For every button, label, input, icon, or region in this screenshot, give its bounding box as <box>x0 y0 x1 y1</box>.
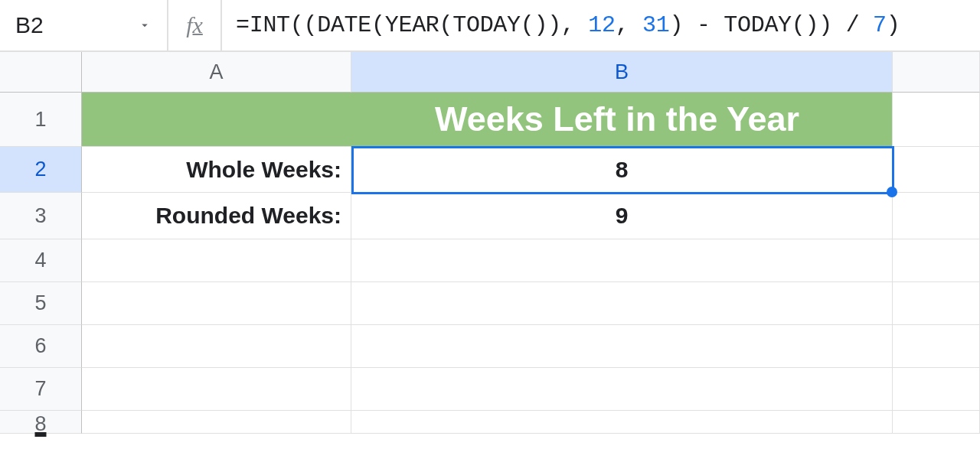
row-header-4[interactable]: 4 <box>0 239 82 282</box>
cell-B8[interactable] <box>351 411 893 434</box>
formula-prefix: =INT((DATE(YEAR(TODAY()), <box>236 12 588 38</box>
cell-C1[interactable] <box>893 93 980 147</box>
column-header-A[interactable]: A <box>82 52 351 93</box>
cell-C3[interactable] <box>893 193 980 239</box>
cell-B5[interactable] <box>351 282 893 325</box>
spreadsheet-grid: A B 1 Weeks Left in the Year 2 Whole Wee… <box>0 52 980 434</box>
row-header-1[interactable]: 1 <box>0 93 82 147</box>
cell-B3[interactable]: 9 <box>351 193 893 239</box>
row-header-2[interactable]: 2 <box>0 147 82 193</box>
name-box[interactable]: B2 <box>15 12 138 38</box>
cell-C2[interactable] <box>893 147 980 193</box>
chevron-down-icon[interactable] <box>138 18 152 32</box>
row-header-6[interactable]: 6 <box>0 325 82 368</box>
row-header-7[interactable]: 7 <box>0 368 82 411</box>
formula-sep1: , <box>616 12 642 38</box>
cell-A6[interactable] <box>82 325 351 368</box>
formula-num3: 7 <box>873 12 887 38</box>
formula-num1: 12 <box>588 12 615 38</box>
cell-A8[interactable] <box>82 411 351 434</box>
formula-suffix: ) <box>887 12 900 38</box>
formula-bar: B2 fx =INT((DATE(YEAR(TODAY()), 12, 31) … <box>0 0 980 52</box>
cell-A1[interactable] <box>82 93 351 147</box>
name-box-wrapper[interactable]: B2 <box>0 0 168 50</box>
cell-B4[interactable] <box>351 239 893 282</box>
cell-B7[interactable] <box>351 368 893 411</box>
row-header-5[interactable]: 5 <box>0 282 82 325</box>
cell-B1[interactable]: Weeks Left in the Year <box>351 93 893 147</box>
cell-A4[interactable] <box>82 239 351 282</box>
cell-A2[interactable]: Whole Weeks: <box>82 147 351 193</box>
cell-C4[interactable] <box>893 239 980 282</box>
cell-A3[interactable]: Rounded Weeks: <box>82 193 351 239</box>
formula-num2: 31 <box>642 12 669 38</box>
cell-C8[interactable] <box>893 411 980 434</box>
formula-mid: ) - TODAY()) / <box>670 12 874 38</box>
column-header-B[interactable]: B <box>351 52 893 93</box>
select-all-corner[interactable] <box>0 52 82 93</box>
cell-C6[interactable] <box>893 325 980 368</box>
column-header-extra[interactable] <box>893 52 980 93</box>
cell-C7[interactable] <box>893 368 980 411</box>
cell-C5[interactable] <box>893 282 980 325</box>
row-header-3[interactable]: 3 <box>0 193 82 239</box>
row-header-8[interactable]: 8 <box>0 411 82 434</box>
cell-A5[interactable] <box>82 282 351 325</box>
formula-input[interactable]: =INT((DATE(YEAR(TODAY()), 12, 31) - TODA… <box>222 12 980 38</box>
cell-A7[interactable] <box>82 368 351 411</box>
cell-B2[interactable]: 8 <box>351 147 893 193</box>
fx-icon: fx <box>168 0 222 50</box>
cell-B6[interactable] <box>351 325 893 368</box>
